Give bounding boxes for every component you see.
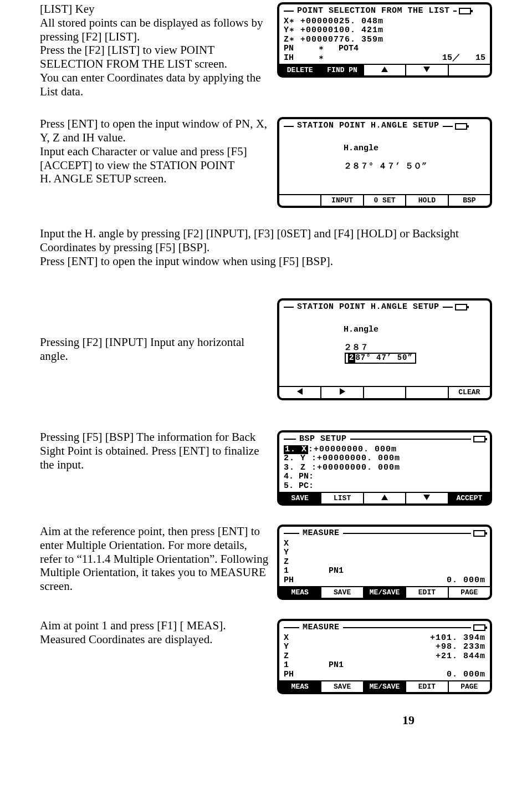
screen-measure-blank: MEASURE X Y Z 1 PN1 PH 0. 000m MEAS — [277, 525, 492, 600]
s4-title: BSP SETUP — [298, 435, 348, 444]
s1-ih-l: IH ∗ — [284, 54, 324, 63]
arrow-up-icon — [381, 67, 388, 74]
s1-title: POINT SELECTION FROM THE LIST — [296, 7, 451, 16]
s5-x: X — [284, 540, 296, 549]
s4-list-button[interactable]: LIST — [321, 493, 364, 503]
screen-measure-result: MEASURE X+101. 394m Y+98. 233m Z+21. 844… — [277, 619, 492, 694]
s5-meas-button[interactable]: MEAS — [279, 587, 321, 598]
s1-y: Y∗ +00000100. 421m — [284, 26, 485, 35]
screen-hangle-input: STATION POINT H.ANGLE SETUP H.angle ２８７ … — [277, 298, 492, 400]
s1-delete-button[interactable]: DELETE — [279, 65, 321, 75]
s4-up-button[interactable] — [364, 493, 406, 503]
s6-ph-l: PH — [284, 670, 294, 680]
s5-z: Z — [284, 558, 296, 567]
p2-line1: Press [ENT] to open the input window of … — [40, 117, 269, 145]
s6-page-button[interactable]: PAGE — [449, 681, 490, 692]
page-number: 19 — [40, 713, 492, 727]
p7-text: Aim at point 1 and press [F1] [ MEAS]. M… — [40, 619, 269, 647]
s4-r1: :+00000000. 000m — [308, 445, 397, 454]
s3-cursor: 2 — [348, 354, 355, 362]
s4-accept-button[interactable]: ACCEPT — [449, 493, 490, 503]
s6-zl: Z — [284, 652, 296, 661]
s6-xl: X — [284, 634, 296, 643]
s3-title: STATION POINT H.ANGLE SETUP — [296, 303, 441, 312]
s5-edit-button[interactable]: EDIT — [406, 587, 448, 598]
p5-text: Pressing [F5] [BSP] The information for … — [40, 430, 269, 471]
s5-ph-l: PH — [284, 576, 294, 586]
arrow-down-icon — [423, 67, 430, 74]
s3-empty2-button[interactable] — [406, 387, 448, 398]
s6-yl: Y — [284, 643, 296, 652]
p1-line4: You can enter Coordinates data by applyi… — [40, 71, 269, 99]
battery-icon — [473, 436, 485, 442]
s4-down-button[interactable] — [406, 493, 448, 503]
p1-line3: Press the [F2] [LIST] to view POINT SELE… — [40, 43, 269, 71]
screen-point-selection-list: POINT SELECTION FROM THE LIST X∗ +000000… — [277, 2, 492, 78]
p4-text: Pressing [F2] [INPUT] Input any horizont… — [40, 335, 269, 363]
s3-input-field[interactable]: 287° 47’ 50” — [345, 353, 416, 363]
battery-icon — [473, 530, 485, 537]
screen-bsp-setup: BSP SETUP 1. X:+00000000. 000m 2. Y :+00… — [277, 430, 492, 506]
s3-clear-button[interactable]: CLEAR — [449, 387, 490, 398]
s2-input-button[interactable]: INPUT — [321, 195, 364, 206]
s3-empty1-button[interactable] — [364, 387, 406, 398]
s1-findpn-button[interactable]: FIND PN — [321, 65, 364, 75]
s4-r2: 2. Y :+00000000. 000m — [284, 454, 485, 464]
screen-hangle-setup: STATION POINT H.ANGLE SETUP H.angle ２８７°… — [277, 117, 492, 208]
s3-rest: 87° 47’ 50” — [355, 353, 412, 362]
s6-yr: +98. 233m — [436, 643, 485, 652]
s6-title: MEASURE — [301, 623, 341, 633]
s1-z: Z∗ +00000776. 359m — [284, 35, 485, 45]
s2-title: STATION POINT H.ANGLE SETUP — [296, 121, 441, 131]
s2-bsp-button[interactable]: BSP — [449, 195, 490, 206]
p2-line2: Input each Character or value and press … — [40, 145, 269, 172]
s5-ph-r: 0. 000m — [447, 576, 485, 586]
s6-mesave-button[interactable]: ME/SAVE — [364, 681, 406, 692]
arrow-down-icon — [423, 495, 430, 502]
s6-ph-r: 0. 000m — [447, 670, 485, 680]
s6-n: 1 PN1 — [284, 661, 485, 670]
s4-r4: 4. PN: — [284, 472, 485, 482]
s1-ih-r: 15／ 15 — [442, 54, 485, 63]
p3-line1: Input the H. angle by pressing [F2] [INP… — [40, 227, 492, 255]
s2-hold-button[interactable]: HOLD — [406, 195, 448, 206]
s4-r5: 5. PC: — [284, 482, 485, 491]
battery-icon — [459, 8, 471, 14]
s2-empty-button[interactable] — [279, 195, 321, 206]
s5-title: MEASURE — [301, 529, 341, 538]
s2-0set-button[interactable]: 0 SET — [364, 195, 406, 206]
p2-line3: H. ANGLE SETUP screen. — [40, 172, 269, 186]
p6-text: Aim at the reference point, then press [… — [40, 525, 269, 593]
s1-down-button[interactable] — [406, 65, 448, 75]
s5-mesave-button[interactable]: ME/SAVE — [364, 587, 406, 598]
s5-n: 1 PN1 — [284, 567, 485, 576]
s5-save-button[interactable]: SAVE — [321, 587, 364, 598]
s4-r1-sel: 1. X — [284, 445, 308, 455]
s6-save-button[interactable]: SAVE — [321, 681, 364, 692]
s6-meas-button[interactable]: MEAS — [279, 681, 321, 692]
p1-line2: All stored points can be displayed as fo… — [40, 16, 269, 44]
s6-xr: +101. 394m — [430, 634, 485, 643]
battery-icon — [473, 624, 485, 631]
p1-line1: [LIST] Key — [40, 2, 269, 16]
s2-label: H.angle — [344, 144, 378, 153]
s3-label: H.angle — [344, 325, 378, 334]
s1-empty-button[interactable] — [449, 65, 490, 75]
s6-edit-button[interactable]: EDIT — [406, 681, 448, 692]
s1-x: X∗ +00000025. 048m — [284, 17, 485, 27]
s4-r3: 3. Z :+00000000. 000m — [284, 464, 485, 473]
s6-zr: +21. 844m — [436, 652, 485, 661]
s5-page-button[interactable]: PAGE — [449, 587, 490, 598]
p3-line2: Press [ENT] to open the input window whe… — [40, 255, 492, 268]
battery-icon — [455, 304, 467, 311]
s4-save-button[interactable]: SAVE — [279, 493, 321, 503]
s1-up-button[interactable] — [364, 65, 406, 75]
s3-left-button[interactable] — [279, 387, 321, 398]
s5-y: Y — [284, 548, 296, 558]
s2-value: ２８７° ４７’ ５０” — [344, 162, 427, 171]
s3-right-button[interactable] — [321, 387, 364, 398]
arrow-left-icon — [297, 388, 303, 396]
battery-icon — [455, 123, 467, 130]
s3-pre: ２８７ — [344, 343, 369, 353]
s1-pn: PN ∗ POT4 — [284, 44, 485, 54]
